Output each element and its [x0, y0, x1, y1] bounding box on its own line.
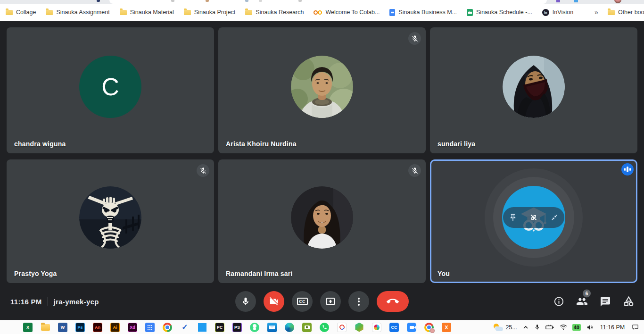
zoom-app-icon[interactable] [407, 323, 416, 332]
bookmark-label: Sinauka Project [194, 9, 236, 16]
folder-icon [120, 10, 127, 15]
weather-widget[interactable]: 25... [493, 324, 517, 331]
folder-icon [6, 10, 13, 15]
folder-icon [184, 10, 191, 15]
action-center-icon[interactable] [631, 324, 639, 331]
divider [48, 297, 48, 306]
minimize-tile-button[interactable] [550, 213, 559, 222]
adobe-xd-icon[interactable]: Xd [128, 323, 137, 332]
cast-off-icon [529, 213, 538, 222]
participant-tile-you[interactable]: You [430, 159, 637, 283]
mail-icon[interactable] [267, 323, 277, 332]
wifi-icon[interactable] [560, 324, 567, 330]
mic-icon [241, 297, 250, 306]
bookmark-label: Collage [16, 9, 36, 16]
chrome-profile-icon[interactable] [424, 323, 434, 332]
toolbar-fragment [206, 0, 209, 2]
tray-mic-icon[interactable] [534, 324, 540, 331]
speaker-icon[interactable] [586, 324, 594, 331]
weather-icon [493, 324, 503, 331]
whatsapp-icon[interactable] [320, 323, 329, 332]
tray-chevron-up-icon[interactable] [522, 324, 529, 331]
phpstorm-icon[interactable]: PS [232, 323, 242, 332]
android-app-icon[interactable] [250, 323, 259, 332]
bookmark-sinauka-assignment[interactable]: Sinauka Assignment [46, 9, 109, 16]
extension-icon[interactable] [556, 0, 560, 2]
muted-indicator [197, 164, 209, 177]
microphone-button[interactable] [235, 291, 256, 312]
meeting-details-button[interactable] [553, 296, 564, 307]
xampp-icon[interactable]: X [442, 323, 451, 332]
show-participants-button[interactable]: 6 [576, 296, 588, 308]
bookmark-welcome-to-colab[interactable]: Welcome To Colab... [314, 9, 380, 16]
excel-icon[interactable]: X [23, 323, 33, 332]
bookmark-sinauka-business[interactable]: Sinauka Business M... [389, 9, 457, 16]
bookmark-sinauka-schedule[interactable]: Sinauka Schedule -... [467, 9, 532, 16]
colab-icon [314, 10, 322, 15]
photo-avatar [503, 56, 565, 118]
browser-profile-avatar[interactable] [614, 0, 621, 3]
bookmark-sinauka-material[interactable]: Sinauka Material [120, 9, 174, 16]
folder-icon [245, 10, 252, 15]
bookmark-sinauka-research[interactable]: Sinauka Research [245, 9, 304, 16]
present-button[interactable] [320, 291, 341, 312]
participant-name: chandra wiguna [14, 140, 66, 148]
leave-call-button[interactable] [377, 291, 409, 312]
calendar-icon[interactable] [145, 323, 155, 332]
toolbar-sliver [0, 0, 644, 4]
participants-count-badge: 6 [583, 290, 591, 298]
vscode-icon[interactable] [198, 323, 207, 332]
bookmark-label: Sinauka Business M... [398, 9, 457, 16]
meeting-clock: 11:16 PM [10, 298, 42, 306]
camera-off-button[interactable] [264, 291, 284, 312]
pycharm-icon[interactable]: PC [215, 323, 224, 332]
activities-button[interactable] [623, 296, 635, 308]
activities-icon [623, 296, 635, 308]
bookmarks-overflow-chevron[interactable]: » [594, 8, 598, 16]
bookmark-invision[interactable]: In InVision [542, 9, 573, 16]
pin-icon [509, 213, 517, 222]
bookmark-collage[interactable]: Collage [6, 9, 36, 16]
todo-icon[interactable]: ✓ [180, 323, 190, 332]
start-button[interactable] [6, 323, 15, 332]
other-bookmarks-button[interactable]: Other bookmarks [608, 9, 644, 16]
chrome-icon[interactable] [163, 323, 172, 332]
photoshop-icon[interactable]: Ps [75, 323, 85, 332]
participant-tile-chandra-wiguna[interactable]: C chandra wiguna [7, 27, 214, 153]
word-icon[interactable]: W [58, 323, 67, 332]
animate-icon[interactable]: An [93, 323, 102, 332]
avatar [79, 186, 141, 249]
extension-icon[interactable] [574, 0, 578, 2]
participant-tile-ramandani[interactable]: Ramandani Irma sari [218, 159, 426, 283]
remove-tile-button[interactable] [529, 213, 538, 222]
participant-tile-arista[interactable]: Arista Khoiru Nurdina [218, 27, 426, 153]
red-swirl-app-icon[interactable] [337, 323, 347, 332]
edge-icon[interactable] [285, 323, 294, 332]
weather-temp: 25... [505, 324, 517, 331]
meeting-code: jra-ymek-ycp [54, 298, 99, 306]
slack-icon[interactable] [372, 323, 381, 332]
pin-tile-button[interactable] [509, 213, 517, 222]
info-icon [553, 296, 564, 307]
invision-icon: In [542, 9, 549, 16]
bookmark-sinauka-project[interactable]: Sinauka Project [184, 9, 236, 16]
bookmark-label: Sinauka Assignment [56, 9, 109, 16]
call-end-icon [387, 295, 399, 308]
folder-icon [608, 10, 615, 15]
file-explorer-icon[interactable] [41, 323, 50, 332]
battery-icon[interactable] [545, 325, 554, 330]
more-vert-icon [358, 296, 360, 307]
participant-tile-prastyo[interactable]: Prastyo Yoga [7, 159, 214, 283]
creative-cloud-icon[interactable]: CC [389, 323, 399, 332]
taskbar-clock[interactable]: 11:16 PM [599, 324, 626, 331]
more-options-button[interactable] [348, 291, 369, 312]
chat-button[interactable] [600, 296, 611, 307]
hexagon-app-icon[interactable] [355, 323, 364, 332]
videocam-off-icon [269, 296, 279, 307]
screen-recorder-icon[interactable] [302, 323, 312, 332]
illustrator-icon[interactable]: Ai [110, 323, 120, 332]
captions-button[interactable]: CC [292, 291, 313, 312]
participant-tile-sundari[interactable]: sundari liya [430, 27, 637, 153]
avatar: C [79, 56, 141, 118]
battery-percent-badge[interactable]: 40 [572, 324, 581, 331]
